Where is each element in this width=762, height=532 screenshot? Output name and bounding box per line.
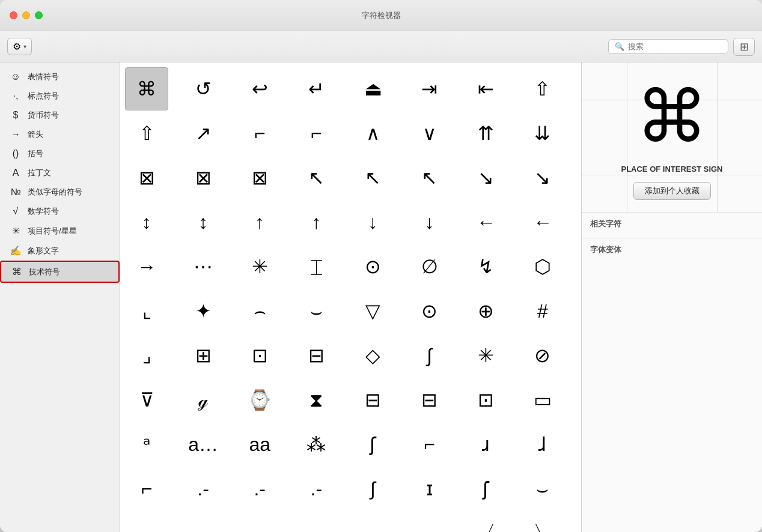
char-cell[interactable]: ⊡: [238, 334, 281, 377]
char-cell[interactable]: ⊟: [352, 378, 395, 422]
char-cell[interactable]: ⊠: [181, 156, 225, 199]
char-cell[interactable]: ↕: [125, 201, 168, 244]
char-cell[interactable]: ⌟: [125, 334, 168, 377]
char-cell[interactable]: ⧗: [294, 378, 338, 422]
char-cell[interactable]: ɺ: [521, 423, 564, 466]
char-cell[interactable]: ⇥: [408, 67, 451, 110]
char-cell[interactable]: ↯: [465, 245, 508, 288]
char-cell[interactable]: ✦: [181, 289, 225, 333]
char-cell[interactable]: ⌘: [125, 67, 168, 110]
sidebar-item-brackets[interactable]: () 括号: [0, 144, 120, 163]
add-to-favorites-button[interactable]: 添加到个人收藏: [633, 182, 711, 200]
char-cell[interactable]: ⌐: [294, 112, 338, 155]
char-cell[interactable]: ʃ: [352, 423, 395, 466]
char-cell[interactable]: ʃ: [465, 467, 508, 510]
char-cell[interactable]: ⇧: [521, 67, 564, 110]
sidebar-item-math[interactable]: √ 数学符号: [0, 202, 120, 221]
char-cell[interactable]: ∧: [352, 112, 395, 155]
char-cell[interactable]: ∫: [408, 334, 451, 377]
search-input[interactable]: [628, 42, 722, 51]
char-cell[interactable]: ⊠: [125, 156, 168, 199]
gear-menu-button[interactable]: ⚙ ▾: [7, 38, 32, 55]
char-cell[interactable]: ⊟: [294, 334, 338, 377]
char-cell[interactable]: ⇊: [521, 112, 564, 155]
char-cell[interactable]: ↗: [181, 112, 225, 155]
char-cell[interactable]: .-: [238, 467, 281, 510]
char-cell[interactable]: ⊞: [181, 334, 225, 377]
char-cell[interactable]: ℊ: [181, 378, 225, 422]
char-cell[interactable]: a…: [181, 423, 225, 466]
char-cell[interactable]: ⊟: [408, 378, 451, 422]
char-cell[interactable]: ⌐: [125, 467, 168, 510]
char-cell[interactable]: →: [125, 245, 168, 288]
char-cell[interactable]: ↘: [465, 156, 508, 199]
char-cell[interactable]: ⌚: [238, 378, 281, 422]
sidebar-item-bullet[interactable]: ✳ 项目符号/星星: [0, 221, 120, 241]
char-cell[interactable]: ⇤: [465, 67, 508, 110]
char-cell[interactable]: ⊘: [521, 334, 564, 377]
sidebar-item-letterlike[interactable]: № 类似字母的符号: [0, 183, 120, 202]
char-cell[interactable]: ⇧: [125, 112, 168, 155]
char-cell[interactable]: ⌣: [521, 467, 564, 510]
char-cell[interactable]: ↖: [352, 156, 395, 199]
char-cell[interactable]: .-: [294, 467, 338, 510]
char-cell[interactable]: ↩: [238, 67, 281, 110]
char-cell[interactable]: ⇈: [465, 112, 508, 155]
sidebar-item-pictograph[interactable]: ✍ 象形文字: [0, 241, 120, 261]
char-cell[interactable]: ←: [465, 201, 508, 244]
char-cell[interactable]: ⋯: [181, 245, 225, 288]
char-cell[interactable]: ⬡: [521, 245, 564, 288]
char-cell[interactable]: ⊡: [465, 378, 508, 422]
sidebar-item-technical[interactable]: ⌘ 技术符号: [0, 261, 120, 283]
char-cell[interactable]: ⊕: [465, 289, 508, 333]
char-cell[interactable]: ⊽: [125, 378, 168, 422]
char-cell[interactable]: ⌣: [294, 289, 338, 333]
char-cell[interactable]: 〉: [521, 512, 564, 532]
char-cell[interactable]: aa: [238, 423, 281, 466]
char-cell[interactable]: ↓: [408, 201, 451, 244]
char-cell[interactable]: ∅: [408, 245, 451, 288]
sidebar-item-arrows[interactable]: → 箭头: [0, 125, 120, 144]
char-cell[interactable]: ɹ: [465, 423, 508, 466]
char-cell[interactable]: ✳: [465, 334, 508, 377]
char-cell[interactable]: ⏏: [352, 67, 395, 110]
grid-view-button[interactable]: ⊞: [733, 38, 755, 56]
char-cell[interactable]: ◇: [352, 334, 395, 377]
char-cell[interactable]: ∫: [352, 467, 395, 510]
char-cell[interactable]: ⌐: [181, 512, 225, 532]
sidebar-item-latin[interactable]: A 拉丁文: [0, 163, 120, 183]
char-cell[interactable]: ↺: [181, 67, 225, 110]
char-cell[interactable]: ⌐: [408, 423, 451, 466]
maximize-button[interactable]: [35, 11, 43, 19]
char-cell[interactable]: ↵: [294, 67, 338, 110]
char-cell[interactable]: ⌶: [294, 245, 338, 288]
char-cell[interactable]: ▽: [352, 289, 395, 333]
char-cell[interactable]: 〈: [465, 512, 508, 532]
char-cell[interactable]: .-: [181, 467, 225, 510]
char-cell[interactable]: ⁂: [294, 423, 338, 466]
sidebar-item-currency[interactable]: $ 货币符号: [0, 106, 120, 125]
char-cell[interactable]: ⌐: [352, 512, 395, 532]
char-cell[interactable]: ↖: [294, 156, 338, 199]
sidebar-item-emoji[interactable]: ☺ 表情符号: [0, 67, 120, 86]
char-cell[interactable]: ←: [521, 201, 564, 244]
char-cell[interactable]: ↘: [521, 156, 564, 199]
char-cell[interactable]: ⌐: [294, 512, 338, 532]
sidebar-item-punctuation[interactable]: ·, 标点符号: [0, 86, 120, 106]
char-cell[interactable]: ⌐: [238, 512, 281, 532]
char-cell[interactable]: ▭: [521, 378, 564, 422]
char-cell[interactable]: ⌢: [238, 289, 281, 333]
char-cell[interactable]: ↓: [352, 201, 395, 244]
char-cell[interactable]: ⊙: [352, 245, 395, 288]
char-cell[interactable]: ✳: [238, 245, 281, 288]
char-cell[interactable]: ↑: [238, 201, 281, 244]
char-cell[interactable]: ∨: [408, 112, 451, 155]
close-button[interactable]: [10, 11, 17, 19]
char-cell[interactable]: ˌ: [408, 512, 451, 532]
char-cell[interactable]: ᵃ: [125, 423, 168, 466]
char-cell[interactable]: ↑: [294, 201, 338, 244]
char-cell[interactable]: ⊠: [238, 156, 281, 199]
char-cell[interactable]: ˬ: [125, 512, 168, 532]
char-cell[interactable]: ↕: [181, 201, 225, 244]
minimize-button[interactable]: [22, 11, 30, 19]
